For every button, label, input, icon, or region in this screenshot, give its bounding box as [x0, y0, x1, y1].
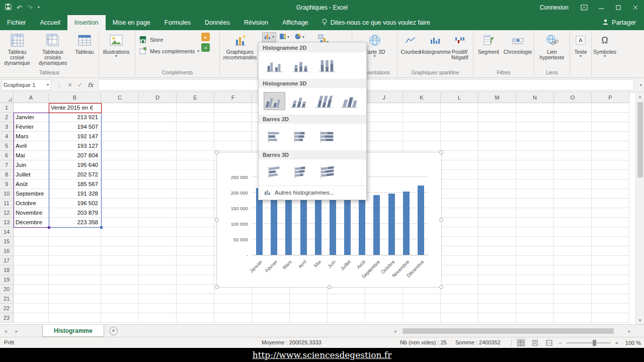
column-header-C[interactable]: C [101, 93, 139, 103]
cell-B6[interactable]: 207 804 [49, 151, 101, 160]
cell-A20[interactable] [14, 285, 49, 294]
cancel-icon[interactable]: ✕ [67, 81, 72, 88]
cell-H22[interactable] [290, 304, 328, 313]
cell-D3[interactable] [139, 122, 177, 132]
cell-J3[interactable] [365, 122, 403, 132]
cell-E6[interactable] [177, 151, 214, 160]
barres-2d-groupees-button[interactable] [264, 128, 286, 146]
cell-N14[interactable] [516, 227, 554, 237]
cell-P14[interactable] [592, 227, 629, 237]
new-sheet-icon[interactable]: + [109, 327, 118, 335]
tab-fichier[interactable]: Fichier [0, 15, 33, 30]
row-header-4[interactable]: 4 [0, 132, 14, 141]
cell-C1[interactable] [101, 103, 139, 113]
cell-A8[interactable]: Juillet [14, 170, 49, 179]
cell-N3[interactable] [516, 122, 554, 132]
cell-C2[interactable] [101, 113, 139, 122]
cell-L12[interactable] [441, 208, 478, 218]
column-header-N[interactable]: N [516, 93, 554, 103]
row-header-19[interactable]: 19 [0, 275, 14, 285]
cell-P2[interactable] [592, 113, 629, 122]
tab-donnees[interactable]: Données [198, 15, 237, 30]
cell-E10[interactable] [177, 189, 214, 199]
cell-J22[interactable] [365, 304, 403, 313]
cell-B18[interactable] [49, 265, 101, 275]
cell-O14[interactable] [554, 227, 592, 237]
save-icon[interactable] [5, 4, 12, 12]
cell-P22[interactable] [592, 304, 629, 313]
cell-C10[interactable] [101, 189, 139, 199]
cell-P21[interactable] [592, 294, 629, 304]
row-header-13[interactable]: 13 [0, 218, 14, 227]
addin-app-icon-2[interactable]: ≡ [201, 43, 210, 52]
cell-O4[interactable] [554, 132, 592, 141]
cell-B16[interactable] [49, 246, 101, 256]
cell-D16[interactable] [139, 246, 177, 256]
cell-M6[interactable] [478, 151, 516, 160]
insert-column-chart-button[interactable]: ▾ [262, 32, 276, 42]
cell-A4[interactable]: Mars [14, 132, 49, 141]
cell-O8[interactable] [554, 170, 592, 179]
sheet-nav-left-icon[interactable]: ◂ [0, 325, 11, 337]
cell-M15[interactable] [478, 237, 516, 246]
horizontal-scrollbar[interactable]: ◂ ▸ [389, 325, 644, 337]
barres-3d-empilees-button[interactable] [290, 163, 312, 182]
cell-M4[interactable] [478, 132, 516, 141]
cell-D7[interactable] [139, 160, 177, 170]
cell-D18[interactable] [139, 265, 177, 275]
cell-B5[interactable]: 193 127 [49, 141, 101, 151]
cell-N11[interactable] [516, 199, 554, 208]
cell-C17[interactable] [101, 256, 139, 265]
cell-P3[interactable] [592, 122, 629, 132]
cell-N15[interactable] [516, 237, 554, 246]
chart-handle-bottom-left[interactable] [215, 285, 219, 289]
chart-handle-mid-right[interactable] [439, 218, 443, 222]
row-header-8[interactable]: 8 [0, 170, 14, 179]
cell-E7[interactable] [177, 160, 214, 170]
hscroll-right-icon[interactable]: ▸ [624, 328, 635, 334]
cell-D19[interactable] [139, 275, 177, 285]
cell-E4[interactable] [177, 132, 214, 141]
cell-O10[interactable] [554, 189, 592, 199]
histogramme-3d-empile-button[interactable] [289, 92, 311, 110]
row-header-23[interactable]: 23 [0, 313, 14, 323]
cell-L13[interactable] [441, 218, 478, 227]
cell-H21[interactable] [290, 294, 328, 304]
cell-M18[interactable] [478, 265, 516, 275]
addin-app-icon-1[interactable]: ▸ [201, 33, 210, 41]
cell-O7[interactable] [554, 160, 592, 170]
cell-B19[interactable] [49, 275, 101, 285]
row-header-11[interactable]: 11 [0, 199, 14, 208]
cell-B1[interactable]: Vente 2015 en € [49, 103, 101, 113]
cell-L4[interactable] [441, 132, 478, 141]
cell-L6[interactable] [441, 151, 478, 160]
cell-B2[interactable]: 213 921 [49, 113, 101, 122]
cell-D5[interactable] [139, 141, 177, 151]
cell-I22[interactable] [328, 304, 365, 313]
undo-icon[interactable]: ↶ [17, 5, 22, 11]
cell-E22[interactable] [177, 304, 214, 313]
cell-A18[interactable] [14, 265, 49, 275]
cell-E23[interactable] [177, 313, 214, 323]
cell-F22[interactable] [214, 304, 252, 313]
cell-M10[interactable] [478, 189, 516, 199]
row-header-1[interactable]: 1 [0, 103, 14, 113]
cell-P9[interactable] [592, 179, 629, 189]
cell-C21[interactable] [101, 294, 139, 304]
cell-A23[interactable] [14, 313, 49, 323]
expand-formula-bar-icon[interactable]: ▾ [639, 82, 642, 87]
cell-N1[interactable] [516, 103, 554, 113]
cell-A1[interactable] [14, 103, 49, 113]
chart-handle-bottom-right[interactable] [439, 285, 443, 289]
cell-O21[interactable] [554, 294, 592, 304]
cell-M23[interactable] [478, 313, 516, 323]
cell-C13[interactable] [101, 218, 139, 227]
cell-P7[interactable] [592, 160, 629, 170]
row-header-14[interactable]: 14 [0, 227, 14, 237]
cell-C12[interactable] [101, 208, 139, 218]
column-header-D[interactable]: D [139, 93, 177, 103]
view-normal-icon[interactable] [516, 338, 526, 347]
cell-M20[interactable] [478, 285, 516, 294]
row-header-5[interactable]: 5 [0, 141, 14, 151]
cell-B12[interactable]: 203 879 [49, 208, 101, 218]
